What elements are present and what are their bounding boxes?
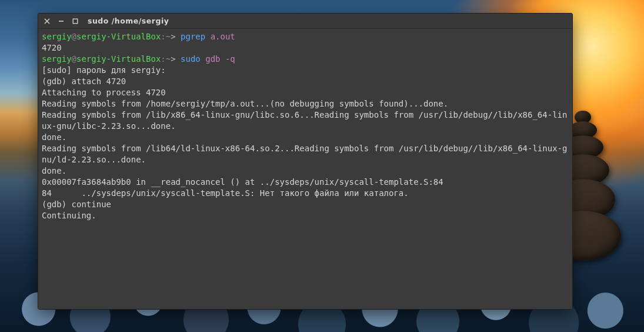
- output-gdb-continue: (gdb) continue: [42, 200, 111, 209]
- prompt-line-2: sergiy@sergiy-VirtualBox:~> sudo gdb -q: [42, 54, 235, 64]
- output-read1: Reading symbols from /home/sergiy/tmp/a.…: [42, 99, 448, 108]
- minimize-icon: [58, 18, 64, 24]
- terminal-output[interactable]: sergiy@sergiy-VirtualBox:~> pgrep a.out …: [38, 29, 572, 309]
- cmd-sudo: sudo: [181, 54, 201, 64]
- prompt-path: ~: [166, 32, 171, 41]
- prompt-user: sergiy: [42, 32, 72, 41]
- output-read3: Reading symbols from /lib64/ld-linux-x86…: [42, 144, 567, 164]
- output-continuing: Continuing.: [42, 211, 96, 220]
- terminal-window: sudo /home/sergiy sergiy@sergiy-VirtualB…: [38, 13, 573, 310]
- window-close-button[interactable]: [43, 17, 51, 25]
- prompt-host: sergiy-VirtualBox: [76, 32, 161, 41]
- window-maximize-button[interactable]: [71, 17, 79, 25]
- prompt-arrow: >: [171, 32, 175, 41]
- window-minimize-button[interactable]: [57, 17, 65, 25]
- prompt-at: @: [72, 32, 76, 41]
- output-gdb-attach: (gdb) attach 4720: [42, 77, 126, 86]
- window-titlebar[interactable]: sudo /home/sergiy: [38, 14, 572, 29]
- output-break: 0x00007fa3684ab9b0 in __read_nocancel ()…: [42, 177, 443, 187]
- prompt-line-1: sergiy@sergiy-VirtualBox:~> pgrep a.out: [42, 32, 235, 41]
- output-done1: done.: [42, 132, 66, 142]
- output-sudo-pw: [sudo] пароль для sergiy:: [42, 65, 166, 75]
- output-pid: 4720: [42, 43, 62, 52]
- cmd-pgrep: pgrep: [181, 32, 205, 41]
- arg-gdb: gdb -q: [205, 54, 235, 64]
- close-icon: [44, 18, 50, 24]
- output-done2: done.: [42, 166, 66, 175]
- output-attaching: Attaching to process 4720: [42, 88, 166, 97]
- window-title: sudo /home/sergiy: [88, 16, 169, 25]
- output-read2: Reading symbols from /lib/x86_64-linux-g…: [42, 110, 567, 131]
- arg-aout: a.out: [211, 32, 235, 41]
- desktop-wallpaper: sudo /home/sergiy sergiy@sergiy-VirtualB…: [0, 0, 644, 332]
- svg-rect-0: [73, 19, 78, 24]
- output-err: 84 ../sysdeps/unix/syscall-template.S: Н…: [42, 188, 409, 198]
- maximize-icon: [72, 18, 78, 24]
